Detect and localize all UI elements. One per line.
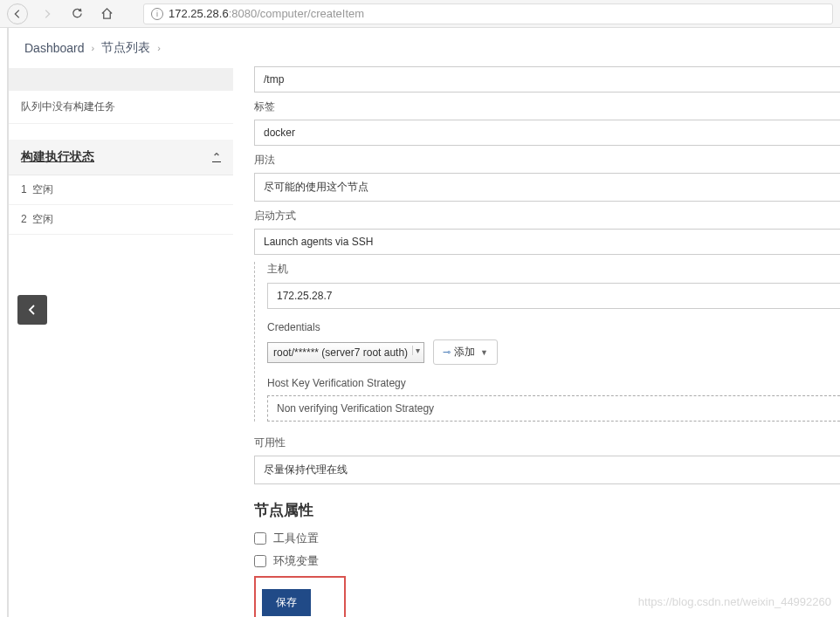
availability-label: 可用性 (254, 435, 840, 450)
highlight-annotation: 保存 (254, 576, 346, 617)
chevron-left-icon (27, 305, 38, 315)
usage-field-label: 用法 (254, 153, 840, 168)
availability-select[interactable]: 尽量保持代理在线 (254, 456, 840, 484)
chevron-down-icon: ▼ (480, 348, 488, 357)
home-button[interactable] (96, 3, 117, 24)
env-vars-label: 环境变量 (273, 553, 319, 569)
breadcrumb: Dashboard › 节点列表 › (24, 40, 161, 56)
sidebar-top-gray (9, 68, 233, 91)
label-field-label: 标签 (254, 99, 840, 114)
breadcrumb-nodes[interactable]: 节点列表 (101, 40, 150, 56)
build-queue-empty: 队列中没有构建任务 (9, 91, 233, 124)
breadcrumb-sep-icon: › (157, 43, 161, 53)
ssh-config-section: 主机 172.25.28.7 Credentials root/****** (… (254, 262, 840, 422)
info-icon: i (151, 8, 163, 20)
main-form: /tmp 标签 docker 用法 尽可能的使用这个节点 启动方式 Launch… (233, 28, 840, 617)
breadcrumb-sep-icon: › (92, 43, 95, 53)
url-text: 172.25.28.6:8080/computer/createItem (169, 7, 364, 20)
remote-dir-input[interactable]: /tmp (254, 66, 840, 93)
executor-status-header[interactable]: 构建执行状态 ⌃ (9, 140, 233, 175)
executor-item: 1 空闲 (9, 175, 233, 205)
reload-icon (71, 7, 84, 20)
url-bar[interactable]: i 172.25.28.6:8080/computer/createItem (143, 3, 833, 24)
home-icon (100, 7, 114, 20)
tool-locations-row: 工具位置 (254, 531, 840, 546)
add-button-label: 添加 (454, 345, 475, 360)
env-vars-checkbox[interactable] (254, 555, 266, 567)
host-input[interactable]: 172.25.28.7 (267, 283, 840, 309)
add-credentials-button[interactable]: ⊸ 添加 ▼ (433, 339, 498, 365)
label-input[interactable]: docker (254, 120, 840, 146)
tool-locations-checkbox[interactable] (254, 532, 266, 545)
node-properties-heading: 节点属性 (254, 500, 840, 520)
hostkey-strategy-select[interactable]: Non verifying Verification Strategy (267, 395, 840, 422)
chevron-up-icon[interactable]: ⌃ (212, 151, 221, 163)
executor-status-label: 构建执行状态 (21, 149, 94, 165)
host-label: 主机 (267, 262, 840, 277)
nav-forward-button (37, 3, 58, 24)
launch-method-label: 启动方式 (254, 209, 840, 223)
back-arrow-icon (11, 8, 24, 20)
executor-num: 2 (21, 213, 27, 225)
key-icon: ⊸ (443, 346, 451, 358)
executor-item: 2 空闲 (9, 205, 233, 235)
watermark: https://blog.csdn.net/weixin_44992260 (638, 595, 831, 608)
breadcrumb-dashboard[interactable]: Dashboard (24, 41, 85, 55)
forward-arrow-icon (41, 8, 53, 20)
executor-status: 空闲 (32, 183, 53, 195)
save-button[interactable]: 保存 (262, 589, 311, 616)
launch-method-select[interactable]: Launch agents via SSH (254, 229, 840, 255)
hostkey-strategy-label: Host Key Verification Strategy (267, 377, 840, 389)
tool-locations-label: 工具位置 (273, 531, 319, 546)
sidebar-collapse-button[interactable] (17, 295, 47, 325)
reload-button[interactable] (66, 3, 87, 24)
credentials-label: Credentials (267, 321, 840, 333)
nav-back-button[interactable] (7, 3, 28, 24)
credentials-select[interactable]: root/****** (server7 root auth) (267, 342, 424, 363)
usage-select[interactable]: 尽可能的使用这个节点 (254, 173, 840, 202)
executor-status: 空闲 (32, 213, 53, 225)
env-vars-row: 环境变量 (254, 553, 840, 569)
browser-toolbar: i 172.25.28.6:8080/computer/createItem (0, 0, 840, 28)
executor-num: 1 (21, 183, 27, 195)
